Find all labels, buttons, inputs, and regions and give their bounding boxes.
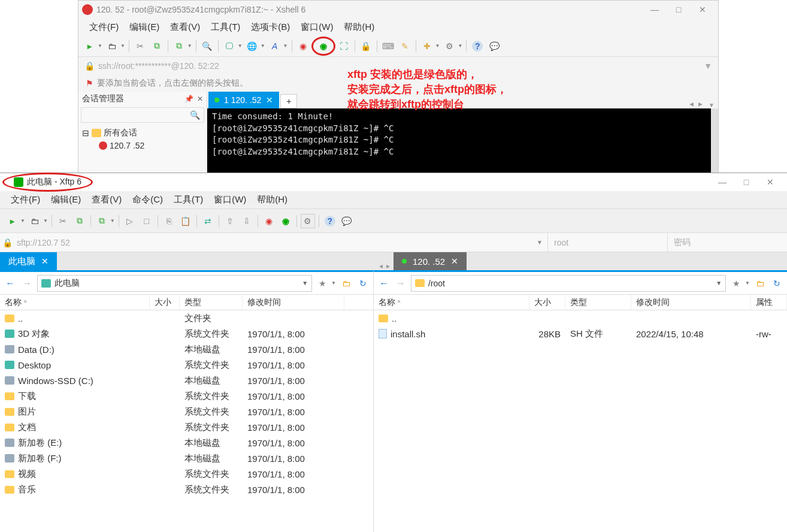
file-row[interactable]: Desktop系统文件夹1970/1/1, 8:00 [0,357,373,373]
fullscreen-icon[interactable] [337,39,351,53]
col-attr[interactable]: 属性 [751,295,787,310]
menu-window[interactable]: 窗口(W) [209,193,251,207]
tab-right-icon[interactable]: ▸ [386,262,390,270]
menu-tools[interactable]: 工具(T) [206,20,245,34]
session-search-input[interactable] [81,107,204,123]
disconnect-icon[interactable] [56,214,70,228]
help-icon[interactable] [470,39,485,53]
bookmark-icon[interactable] [316,277,329,290]
paste-icon[interactable] [245,39,259,53]
lock-icon[interactable] [359,39,373,53]
tab-left-icon[interactable]: ◂ [379,262,383,270]
tree-session-item[interactable]: 120.7 .52 [82,140,203,152]
menu-tabs[interactable]: 选项卡(B) [246,20,295,34]
xftp-address-input[interactable]: sftp://120.7 52 [14,238,532,247]
file-row[interactable]: 视频系统文件夹1970/1/1, 8:00 [0,466,373,482]
tab-close-icon[interactable]: ✕ [451,256,458,266]
terminal[interactable]: Time consumed: 1 Minute! [root@iZwz9535z… [207,108,718,173]
local-tab[interactable]: 此电脑 ✕ [0,252,57,270]
add-tab-button[interactable]: + [280,94,297,108]
minimize-button[interactable]: — [643,1,667,19]
tree-all-sessions[interactable]: ⊟ 所有会话 [82,126,203,140]
user-field[interactable]: root [547,233,667,252]
font-icon[interactable] [268,39,282,53]
path-dropdown-icon[interactable]: ▼ [302,280,308,286]
col-size[interactable]: 大小 [150,295,180,310]
pin-icon[interactable]: 📌 [184,95,193,103]
address-dropdown-icon[interactable]: ▼ [704,61,712,71]
file-row[interactable]: 新加卷 (F:)本地磁盘1970/1/1, 8:00 [0,451,373,466]
menu-file[interactable]: 文件(F) [6,193,45,207]
maximize-button[interactable]: □ [667,1,691,19]
menu-window[interactable]: 窗口(W) [296,20,338,34]
col-type[interactable]: 类型 [565,295,631,310]
menu-tools[interactable]: 工具(T) [169,193,208,207]
tree-collapse-icon[interactable]: ⊟ [82,128,89,138]
prop-icon[interactable] [95,214,109,228]
file-row[interactable]: Data (D:)本地磁盘1970/1/1, 8:00 [0,341,373,357]
new-session-icon[interactable] [82,39,96,53]
menu-help[interactable]: 帮助(H) [339,20,379,34]
file-row[interactable]: 新加卷 (E:)本地磁盘1970/1/1, 8:00 [0,435,373,451]
properties-icon[interactable] [172,39,186,53]
settings-icon[interactable] [301,214,315,228]
col-type[interactable]: 类型 [180,295,243,310]
copy-icon[interactable] [222,39,237,53]
col-size[interactable]: 大小 [529,295,565,310]
remote-filelist[interactable]: ..install.sh28KBSH 文件2022/4/15, 10:48-rw… [374,310,787,532]
local-filelist[interactable]: ..文件夹3D 对象系统文件夹1970/1/1, 8:00Data (D:)本地… [0,310,373,532]
close-button[interactable]: ✕ [691,1,715,19]
tab-close-icon[interactable]: ✕ [41,256,49,266]
xshell-icon[interactable] [262,214,276,228]
feedback-icon[interactable] [487,39,501,53]
keyboard-icon[interactable] [381,39,395,53]
menu-view[interactable]: 查看(V) [87,193,126,207]
path-dropdown-icon[interactable]: ▼ [716,280,722,286]
refresh-icon[interactable] [770,277,783,290]
menu-view[interactable]: 查看(V) [165,20,205,34]
file-row[interactable]: .. [374,310,787,326]
maximize-button[interactable]: □ [734,173,758,191]
file-row[interactable]: 3D 对象系统文件夹1970/1/1, 8:00 [0,326,373,341]
local-path-input[interactable]: 此电脑 ▼ [37,275,312,292]
menu-edit[interactable]: 编辑(E) [125,20,164,34]
menu-cmd[interactable]: 命令(C) [128,193,168,207]
menu-edit[interactable]: 编辑(E) [46,193,86,207]
stop-icon[interactable] [140,214,154,228]
highlight-icon[interactable] [398,39,412,53]
address-dropdown-icon[interactable]: ▼ [532,239,547,246]
menu-help[interactable]: 帮助(H) [252,193,292,207]
forward-icon[interactable]: → [394,277,407,290]
close-button[interactable]: ✕ [758,173,782,191]
remote-tab[interactable]: 120. .52 ✕ [394,252,467,270]
download-icon[interactable] [240,214,254,228]
tab-menu-icon[interactable]: ▼ [705,102,718,108]
col-mtime[interactable]: 修改时间 [243,295,344,310]
col-name[interactable]: 名称^ [374,295,529,310]
open-icon[interactable] [28,214,42,228]
sync-icon[interactable] [201,214,215,228]
open-icon[interactable] [105,39,119,53]
minimize-button[interactable]: — [710,173,734,191]
refresh-icon[interactable] [356,277,370,290]
file-row[interactable]: 音乐系统文件夹1970/1/1, 8:00 [0,482,373,497]
help-icon[interactable] [323,214,337,228]
search-icon[interactable] [200,39,214,53]
col-mtime[interactable]: 修改时间 [631,295,751,310]
bookmark-icon[interactable] [730,277,743,290]
paste-icon[interactable] [178,214,193,228]
explorer-icon[interactable] [340,277,353,290]
terminal-tab[interactable]: 1 120. .52 ✕ [208,92,279,108]
file-row[interactable]: 文档系统文件夹1970/1/1, 8:00 [0,419,373,435]
back-icon[interactable]: ← [4,277,17,290]
feedback-icon[interactable] [340,214,354,228]
file-row[interactable]: ..文件夹 [0,310,373,326]
file-row[interactable]: 图片系统文件夹1970/1/1, 8:00 [0,404,373,419]
forward-icon[interactable]: → [20,277,34,290]
reconnect-icon[interactable] [72,214,87,228]
file-row[interactable]: install.sh28KBSH 文件2022/4/15, 10:48-rw- [374,326,787,341]
copy-icon[interactable] [162,214,176,228]
reconnect-icon[interactable] [150,39,164,53]
add-icon[interactable] [420,39,434,53]
settings-icon[interactable] [442,39,456,53]
